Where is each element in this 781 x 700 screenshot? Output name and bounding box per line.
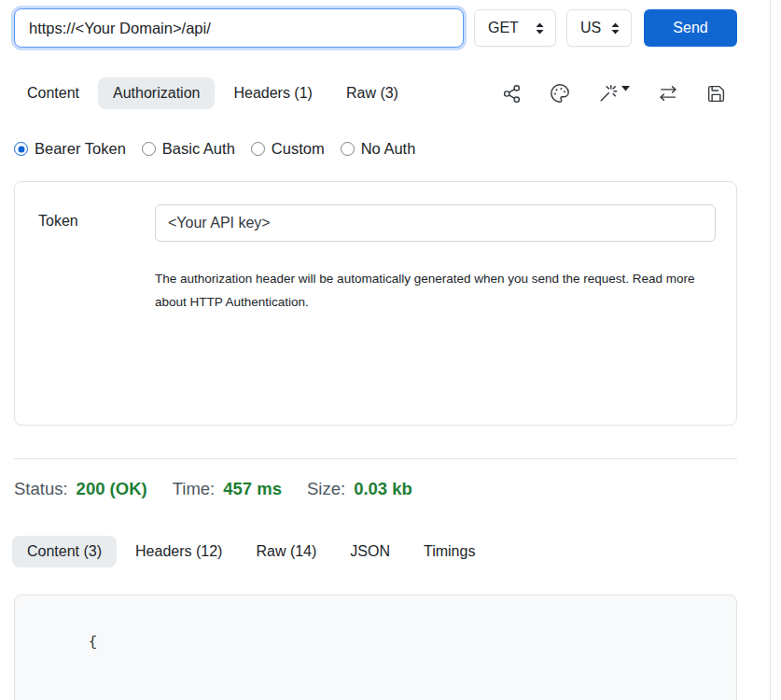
token-label: Token — [38, 204, 155, 425]
response-summary: Status: 200 (OK) Time: 457 ms Size: 0.03… — [14, 479, 737, 499]
tab-authorization[interactable]: Authorization — [98, 77, 215, 109]
code-line: { — [38, 608, 736, 678]
token-panel: Token The authorization header will be a… — [14, 181, 737, 426]
url-input[interactable] — [14, 8, 464, 48]
swap-arrows-icon[interactable] — [658, 83, 678, 104]
radio-selected-icon — [14, 142, 28, 156]
code-line: "message": "API running." — [38, 678, 736, 700]
size-stat: Size: 0.03 kb — [307, 479, 412, 499]
save-icon[interactable] — [706, 84, 726, 104]
tab-response-timings[interactable]: Timings — [409, 536, 490, 567]
tab-response-content[interactable]: Content (3) — [12, 536, 117, 567]
select-updown-icon — [609, 21, 621, 35]
radio-label: Bearer Token — [35, 140, 126, 158]
request-tabs-row: Content Authorization Headers (1) Raw (3… — [14, 77, 737, 109]
radio-unselected-icon — [251, 142, 265, 156]
tab-response-raw[interactable]: Raw (14) — [241, 536, 331, 567]
request-bar: GET US Send — [14, 7, 737, 49]
region-select[interactable]: US — [566, 9, 632, 47]
status-label: Status: — [14, 479, 68, 499]
time-stat: Time: 457 ms — [173, 479, 282, 499]
chevron-down-icon — [621, 86, 630, 91]
radio-custom[interactable]: Custom — [251, 140, 325, 158]
tab-response-headers[interactable]: Headers (12) — [120, 536, 237, 567]
token-column: The authorization header will be automat… — [155, 204, 716, 425]
share-icon[interactable] — [502, 84, 522, 104]
request-tabs: Content Authorization Headers (1) Raw (3… — [12, 77, 413, 109]
tab-response-json[interactable]: JSON — [335, 536, 405, 567]
method-select[interactable]: GET — [474, 9, 556, 47]
select-updown-icon — [534, 21, 546, 35]
radio-basic-auth[interactable]: Basic Auth — [142, 140, 235, 158]
token-input[interactable] — [155, 204, 716, 242]
radio-label: Custom — [272, 140, 325, 158]
status-stat: Status: 200 (OK) — [14, 479, 147, 499]
radio-unselected-icon — [341, 142, 355, 156]
magic-wand-icon[interactable] — [598, 83, 630, 104]
token-help-text: The authorization header will be automat… — [155, 267, 698, 314]
tab-headers[interactable]: Headers (1) — [218, 77, 327, 109]
method-select-value: GET — [488, 20, 519, 36]
time-value: 457 ms — [223, 479, 282, 499]
auth-type-radios: Bearer Token Basic Auth Custom No Auth — [14, 140, 737, 158]
response-tabs-row: Content (3) Headers (12) Raw (14) JSON T… — [14, 536, 737, 567]
response-tabs: Content (3) Headers (12) Raw (14) JSON T… — [12, 536, 490, 567]
api-tester-panel: GET US Send Content Authorization Header… — [0, 0, 771, 700]
radio-unselected-icon — [142, 142, 156, 156]
radio-label: Basic Auth — [162, 140, 235, 158]
status-value: 200 (OK) — [77, 479, 147, 499]
time-label: Time: — [173, 479, 216, 499]
toolbar-icons — [502, 83, 737, 104]
response-body: { "message": "API running." } — [14, 595, 737, 700]
radio-no-auth[interactable]: No Auth — [341, 140, 416, 158]
section-divider — [14, 458, 737, 459]
region-select-value: US — [580, 20, 601, 36]
send-button[interactable]: Send — [644, 9, 737, 47]
tab-content[interactable]: Content — [12, 77, 94, 109]
tab-raw[interactable]: Raw (3) — [331, 77, 413, 109]
size-value: 0.03 kb — [354, 479, 412, 499]
radio-label: No Auth — [361, 140, 416, 158]
size-label: Size: — [307, 479, 345, 499]
open-brace: { — [89, 635, 97, 651]
palette-icon[interactable] — [550, 83, 570, 104]
radio-bearer-token[interactable]: Bearer Token — [14, 140, 126, 158]
